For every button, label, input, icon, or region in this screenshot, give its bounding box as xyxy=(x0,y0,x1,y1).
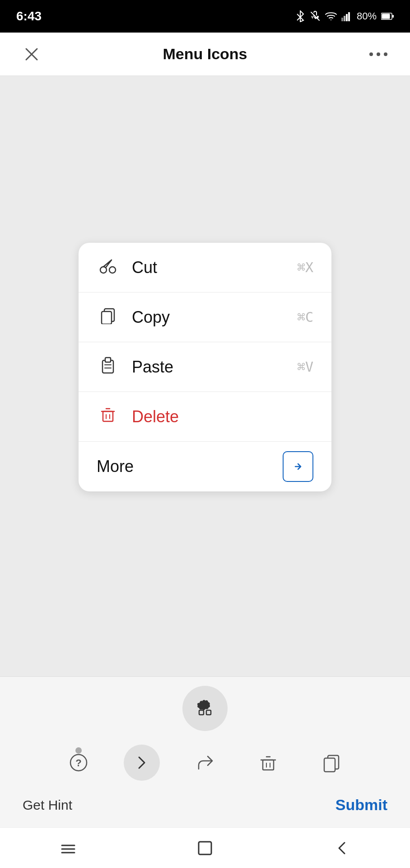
action-row: Get Hint Submit xyxy=(0,787,410,823)
close-button[interactable] xyxy=(18,41,45,68)
wifi-icon xyxy=(325,11,337,21)
menu-item-more[interactable]: More xyxy=(79,442,331,491)
get-hint-button[interactable]: Get Hint xyxy=(23,797,72,813)
menu-item-cut[interactable]: Cut ⌘X xyxy=(79,243,331,292)
cut-label: Cut xyxy=(132,258,157,277)
hint-dot xyxy=(75,747,82,754)
paste-label: Paste xyxy=(132,358,173,377)
svg-rect-1 xyxy=(344,16,345,21)
tool-row: ? xyxy=(0,738,410,787)
svg-rect-33 xyxy=(324,758,335,772)
bottom-section: ? xyxy=(0,676,410,827)
battery-icon xyxy=(381,12,394,20)
svg-point-8 xyxy=(377,52,380,56)
hint-icon-button[interactable]: ? xyxy=(61,745,97,781)
android-recent-button[interactable] xyxy=(50,830,86,866)
delete-label: Delete xyxy=(132,407,179,426)
status-bar: 6:43 80% xyxy=(0,0,410,33)
svg-text:?: ? xyxy=(75,757,81,769)
svg-rect-3 xyxy=(348,12,350,21)
paste-shortcut: ⌘V xyxy=(297,359,313,375)
app-header: Menu Icons xyxy=(0,33,410,76)
android-home-button[interactable] xyxy=(187,830,223,866)
svg-rect-2 xyxy=(346,14,348,21)
trash-icon xyxy=(97,406,119,428)
signal-icon xyxy=(341,11,352,21)
menu-item-paste[interactable]: Paste ⌘V xyxy=(79,342,331,392)
next-button[interactable] xyxy=(124,745,160,781)
android-nav-bar xyxy=(0,827,410,868)
android-back-button[interactable] xyxy=(324,830,360,866)
copy-label: Copy xyxy=(132,308,170,327)
svg-rect-37 xyxy=(199,842,211,854)
share-button[interactable] xyxy=(187,745,223,781)
svg-rect-18 xyxy=(103,411,113,421)
menu-item-copy[interactable]: Copy ⌘C xyxy=(79,292,331,342)
page-title: Menu Icons xyxy=(163,45,247,63)
more-label: More xyxy=(97,457,134,476)
copy-icon xyxy=(97,306,119,328)
copy-tool-button[interactable] xyxy=(313,745,349,781)
svg-rect-13 xyxy=(102,311,112,324)
widget-icons-button[interactable] xyxy=(182,686,228,731)
bluetooth-icon xyxy=(295,10,305,22)
svg-rect-15 xyxy=(105,358,111,362)
status-icons: 80% xyxy=(295,10,394,22)
menu-item-delete[interactable]: Delete xyxy=(79,392,331,442)
battery-label: 80% xyxy=(357,10,377,22)
more-arrow-button[interactable] xyxy=(283,451,313,482)
mute-icon xyxy=(310,11,321,22)
main-content: Cut ⌘X Copy ⌘C xyxy=(0,76,410,676)
clipboard-icon xyxy=(97,356,119,378)
copy-shortcut: ⌘C xyxy=(297,309,313,325)
svg-rect-27 xyxy=(263,760,274,770)
delete-tool-button[interactable] xyxy=(250,745,286,781)
svg-point-7 xyxy=(369,52,373,56)
svg-rect-0 xyxy=(341,18,343,21)
svg-rect-24 xyxy=(206,710,211,715)
svg-point-11 xyxy=(109,267,116,273)
svg-rect-23 xyxy=(199,710,204,715)
more-options-button[interactable] xyxy=(365,41,392,68)
scissors-icon xyxy=(97,256,119,278)
svg-rect-6 xyxy=(382,14,390,19)
submit-button[interactable]: Submit xyxy=(335,796,387,814)
status-time: 6:43 xyxy=(16,9,42,24)
svg-rect-5 xyxy=(392,15,394,18)
svg-point-9 xyxy=(384,52,387,56)
cut-shortcut: ⌘X xyxy=(297,259,313,275)
context-menu: Cut ⌘X Copy ⌘C xyxy=(79,243,331,491)
